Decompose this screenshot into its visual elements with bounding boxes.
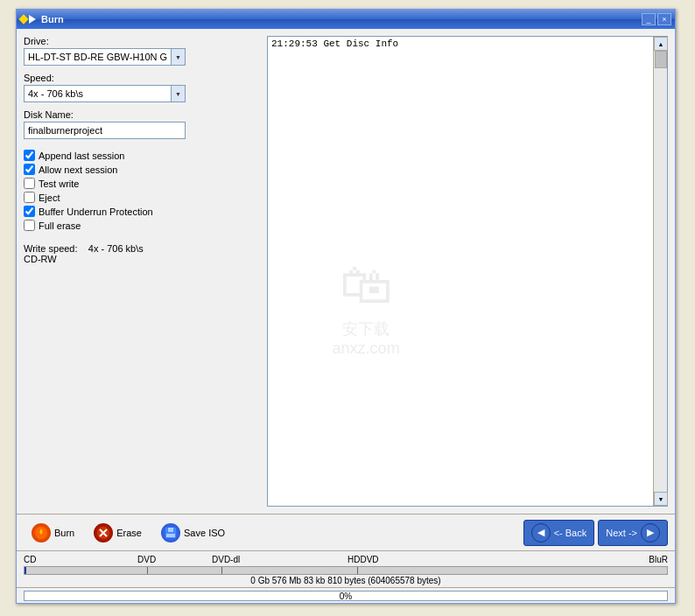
testwrite-checkbox[interactable] bbox=[24, 178, 35, 189]
erase-icon bbox=[94, 523, 113, 542]
svg-rect-5 bbox=[168, 528, 173, 532]
capacity-track bbox=[24, 566, 668, 575]
minimize-button[interactable]: _ bbox=[642, 13, 656, 25]
svg-rect-6 bbox=[166, 534, 175, 537]
saveiso-svg bbox=[164, 526, 178, 540]
title-icon-arrow bbox=[29, 15, 36, 24]
speed-label: Speed: bbox=[24, 73, 260, 83]
capacity-labels: CD DVD DVD-dl HDDVD BluR bbox=[24, 553, 668, 565]
log-text: 21:29:53 Get Disc Info 🛍 安下载anxz.com bbox=[268, 37, 653, 506]
bottom-toolbar: Burn Erase bbox=[17, 514, 675, 550]
next-button[interactable]: Next -> ▶ bbox=[598, 520, 668, 546]
drive-value: HL-DT-ST BD-RE GBW-H10N G bbox=[25, 52, 171, 62]
scrollbar-track bbox=[654, 51, 667, 492]
log-scrollbar[interactable]: ▲ ▼ bbox=[653, 37, 667, 506]
title-bar-controls: _ × bbox=[642, 13, 671, 25]
write-info: Write speed: 4x - 706 kb\s CD-RW bbox=[24, 243, 260, 264]
window-title: Burn bbox=[41, 14, 642, 24]
speed-combo-arrow[interactable] bbox=[171, 86, 185, 102]
append-checkbox[interactable] bbox=[24, 150, 35, 161]
close-button[interactable]: × bbox=[657, 13, 671, 25]
scrollbar-down-btn[interactable]: ▼ bbox=[654, 492, 668, 506]
testwrite-checkbox-item[interactable]: Test write bbox=[24, 178, 260, 189]
dvd-label: DVD bbox=[137, 555, 156, 564]
tick-hddvd bbox=[357, 567, 358, 574]
drive-combo[interactable]: HL-DT-ST BD-RE GBW-H10N G bbox=[24, 48, 186, 66]
next-label: Next -> bbox=[606, 528, 637, 538]
bufferprotect-checkbox-item[interactable]: Buffer Underrun Protection bbox=[24, 206, 260, 217]
log-entry: 21:29:53 Get Disc Info bbox=[271, 38, 398, 49]
drive-combo-arrow[interactable] bbox=[171, 49, 185, 65]
allownext-label: Allow next session bbox=[39, 164, 118, 175]
allownext-checkbox-item[interactable]: Allow next session bbox=[24, 164, 260, 175]
scrollbar-thumb[interactable] bbox=[655, 51, 667, 68]
options-group: Append last session Allow next session T… bbox=[24, 150, 260, 231]
diskname-label: Disk Name: bbox=[24, 109, 260, 120]
burn-window: Burn _ × Drive: HL-DT-ST BD-RE GBW-H10N … bbox=[16, 9, 676, 604]
eject-label: Eject bbox=[39, 192, 60, 203]
erase-label: Erase bbox=[116, 528, 142, 538]
drive-label: Drive: bbox=[24, 36, 260, 46]
testwrite-label: Test write bbox=[39, 178, 79, 189]
progress-text: 0% bbox=[25, 592, 667, 602]
scrollbar-up-btn[interactable]: ▲ bbox=[654, 37, 668, 51]
diskname-group: Disk Name: bbox=[24, 109, 260, 139]
log-wrapper: 21:29:53 Get Disc Info 🛍 安下载anxz.com ▲ ▼ bbox=[267, 36, 668, 507]
bufferprotect-label: Buffer Underrun Protection bbox=[39, 206, 153, 217]
capacity-bar-area: CD DVD DVD-dl HDDVD BluR 0 Gb 576 Mb 83 … bbox=[17, 550, 675, 587]
append-checkbox-item[interactable]: Append last session bbox=[24, 150, 260, 161]
capacity-fill bbox=[25, 567, 26, 574]
cd-label: CD bbox=[24, 555, 36, 564]
erase-svg bbox=[96, 526, 110, 540]
progress-bar-area: 0% bbox=[17, 587, 675, 603]
speed-value: 4x - 706 kb\s bbox=[25, 88, 171, 99]
erase-button[interactable]: Erase bbox=[86, 520, 150, 546]
saveiso-icon bbox=[161, 523, 180, 542]
write-speed-value: 4x - 706 kb\s bbox=[88, 243, 144, 254]
title-bar: Burn _ × bbox=[17, 10, 675, 29]
watermark-text: 安下载anxz.com bbox=[333, 318, 400, 358]
back-label: <- Back bbox=[554, 528, 587, 538]
back-button[interactable]: ◀ <- Back bbox=[523, 520, 595, 546]
burn-svg bbox=[34, 526, 48, 540]
left-panel: Drive: HL-DT-ST BD-RE GBW-H10N G Speed: … bbox=[24, 36, 260, 507]
eject-checkbox-item[interactable]: Eject bbox=[24, 192, 260, 203]
progress-track: 0% bbox=[24, 591, 668, 601]
blur-label: BluR bbox=[649, 555, 668, 564]
write-speed-label: Write speed: bbox=[24, 243, 78, 254]
diskname-input[interactable] bbox=[24, 122, 186, 139]
disc-type: CD-RW bbox=[24, 254, 57, 264]
tick-dvd bbox=[147, 567, 148, 574]
window-body: Drive: HL-DT-ST BD-RE GBW-H10N G Speed: … bbox=[17, 29, 675, 603]
append-label: Append last session bbox=[39, 150, 124, 161]
main-content: Drive: HL-DT-ST BD-RE GBW-H10N G Speed: … bbox=[17, 29, 675, 514]
watermark-icon: 🛍 bbox=[333, 255, 400, 318]
allownext-checkbox[interactable] bbox=[24, 164, 35, 175]
saveiso-label: Save ISO bbox=[184, 528, 225, 538]
size-info: 0 Gb 576 Mb 83 kb 810 bytes (604065578 b… bbox=[24, 576, 668, 585]
dvddl-label: DVD-dl bbox=[212, 555, 240, 564]
next-arrow-icon: ▶ bbox=[641, 523, 660, 542]
tick-dvddl bbox=[221, 567, 222, 574]
back-arrow-icon: ◀ bbox=[531, 523, 551, 542]
right-panel: 21:29:53 Get Disc Info 🛍 安下载anxz.com ▲ ▼ bbox=[267, 36, 668, 507]
fullerase-label: Full erase bbox=[39, 220, 81, 231]
speed-group: Speed: 4x - 706 kb\s bbox=[24, 73, 260, 102]
burn-label: Burn bbox=[54, 528, 74, 538]
title-icon-diamond bbox=[18, 14, 28, 24]
eject-checkbox[interactable] bbox=[24, 192, 35, 203]
speed-combo[interactable]: 4x - 706 kb\s bbox=[24, 85, 186, 102]
burn-icon bbox=[32, 523, 51, 542]
watermark: 🛍 安下载anxz.com bbox=[333, 255, 400, 358]
bufferprotect-checkbox[interactable] bbox=[24, 206, 35, 217]
drive-group: Drive: HL-DT-ST BD-RE GBW-H10N G bbox=[24, 36, 260, 66]
burn-button[interactable]: Burn bbox=[24, 520, 82, 546]
hddvd-label: HDDVD bbox=[348, 555, 379, 564]
saveiso-button[interactable]: Save ISO bbox=[153, 520, 233, 546]
fullerase-checkbox[interactable] bbox=[24, 220, 35, 231]
fullerase-checkbox-item[interactable]: Full erase bbox=[24, 220, 260, 231]
